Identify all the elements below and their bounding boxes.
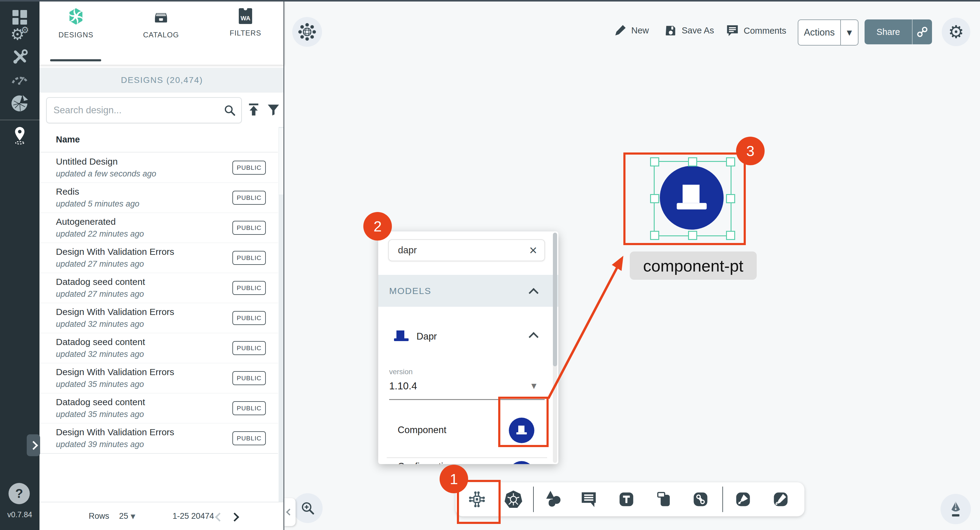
design-updated: updated 35 minutes ago — [56, 380, 144, 389]
location-pin-icon[interactable] — [0, 124, 40, 147]
design-search-input[interactable] — [47, 105, 223, 116]
next-page-button[interactable] — [231, 514, 238, 522]
design-row[interactable]: Datadog seed content updated 32 minutes … — [40, 333, 278, 363]
save-icon — [664, 24, 678, 37]
save-as-label: Save As — [682, 25, 714, 35]
model-search-input[interactable] — [389, 245, 529, 256]
tab-catalog[interactable]: CATALOG — [127, 8, 194, 39]
lifecycle-gears-icon[interactable]: ⚙ ⚙ — [0, 24, 40, 45]
design-row[interactable]: Design With Validation Errors updated 35… — [40, 363, 278, 393]
app-version: v0.7.84 — [0, 510, 40, 519]
edge-pen-tool-icon[interactable] — [733, 489, 753, 510]
visibility-badge[interactable]: PUBLIC — [232, 161, 266, 175]
copy-link-icon[interactable] — [913, 25, 932, 38]
annotation-box-canvas-node — [624, 153, 746, 245]
freehand-pen-tool-icon[interactable] — [770, 489, 791, 510]
new-design-button[interactable]: New — [614, 24, 649, 37]
canvas-toolbar — [456, 482, 804, 516]
tab-designs[interactable]: DESIGNS — [43, 8, 109, 39]
wasm-filter-icon: WA — [237, 8, 254, 25]
actions-button[interactable]: Actions ▼ — [798, 19, 859, 46]
wa-text: WA — [239, 15, 252, 22]
visibility-badge[interactable]: PUBLIC — [232, 311, 266, 325]
collapse-dapr-icon[interactable] — [528, 332, 539, 342]
designs-count-header: DESIGNS (20,474) — [40, 68, 284, 92]
kubernetes-tool-icon[interactable] — [503, 489, 524, 510]
visibility-badge[interactable]: PUBLIC — [232, 341, 266, 355]
design-updated: updated 32 minutes ago — [56, 350, 144, 359]
clear-search-icon[interactable]: × — [529, 244, 537, 257]
models-section-header[interactable]: MODELS — [378, 275, 558, 307]
actions-label: Actions — [798, 27, 840, 38]
design-row[interactable]: Design With Validation Errors updated 27… — [40, 243, 278, 273]
text-tool-icon[interactable] — [616, 489, 637, 510]
dapr-configuration-icon[interactable] — [509, 461, 535, 464]
design-updated: updated 35 minutes ago — [56, 410, 144, 419]
drawer-resize-divider[interactable] — [283, 0, 284, 530]
rows-per-page-select[interactable]: 25 — [119, 511, 128, 521]
design-updated: updated 32 minutes ago — [56, 320, 144, 329]
rows-label: Rows — [89, 511, 109, 521]
design-row[interactable]: Untitled Design updated a few seconds ag… — [40, 153, 278, 183]
design-row[interactable]: Design With Validation Errors updated 32… — [40, 303, 278, 333]
comment-tool-icon[interactable] — [578, 489, 599, 510]
design-name: Design With Validation Errors — [56, 427, 174, 438]
collapse-models-icon[interactable] — [528, 288, 539, 298]
shapes-tool-icon[interactable] — [543, 489, 564, 510]
help-glyph: ? — [15, 486, 23, 501]
meshery-logo-icon — [67, 8, 85, 25]
comments-button[interactable]: Comments — [725, 24, 786, 38]
kubernetes-chart-icon[interactable] — [0, 92, 40, 114]
pen-mode-button[interactable] — [940, 494, 971, 524]
visibility-badge[interactable]: PUBLIC — [232, 251, 266, 265]
comments-icon — [725, 24, 740, 38]
designs-drawer: DESIGNS CATALOG WA FILTERS DESIGNS (20,4 — [40, 0, 284, 530]
drawer-expand-handle[interactable] — [27, 435, 40, 456]
design-name: Datadog seed content — [56, 277, 145, 287]
share-button[interactable]: Share — [865, 19, 932, 45]
pen-nib-icon — [947, 500, 965, 518]
gear-icon: ⚙ — [948, 22, 964, 42]
component-item-label: Component — [398, 425, 446, 436]
rows-per-page-caret-icon[interactable]: ▼ — [130, 512, 135, 520]
design-updated: updated 27 minutes ago — [56, 290, 144, 299]
design-name: Design With Validation Errors — [56, 307, 174, 317]
design-name: Autogenerated — [56, 216, 116, 227]
design-row[interactable]: Design With Validation Errors updated 39… — [40, 423, 278, 454]
visibility-badge[interactable]: PUBLIC — [232, 281, 266, 295]
configuration-item-label: Configuration — [398, 461, 453, 464]
component-name-label[interactable]: component-pt — [630, 251, 757, 280]
design-row[interactable]: Datadog seed content updated 35 minutes … — [40, 393, 278, 423]
zoom-in-button[interactable] — [293, 493, 323, 523]
toolbox-icon[interactable] — [0, 46, 40, 66]
upload-design-icon[interactable] — [247, 103, 261, 118]
drawer-collapse-handle[interactable] — [283, 498, 296, 526]
visibility-badge[interactable]: PUBLIC — [232, 221, 266, 235]
actions-caret-icon[interactable]: ▼ — [841, 29, 858, 37]
model-search: × — [388, 239, 545, 261]
performance-icon[interactable] — [0, 68, 40, 87]
link-tool-icon[interactable] — [690, 489, 711, 510]
design-row[interactable]: Datadog seed content updated 27 minutes … — [40, 273, 278, 303]
mesh-sync-icon — [298, 22, 317, 41]
design-updated: updated 27 minutes ago — [56, 259, 144, 269]
design-updated: updated 39 minutes ago — [56, 440, 144, 449]
design-row[interactable]: Autogenerated updated 22 minutes ago PUB… — [40, 213, 278, 243]
design-name: Design With Validation Errors — [56, 367, 174, 377]
visibility-badge[interactable]: PUBLIC — [232, 191, 266, 205]
help-button[interactable]: ? — [8, 483, 30, 504]
comments-label: Comments — [744, 26, 786, 36]
frame-tool-icon[interactable] — [654, 489, 675, 510]
prev-page-button[interactable] — [216, 514, 223, 522]
save-as-button[interactable]: Save As — [664, 24, 714, 37]
visibility-badge[interactable]: PUBLIC — [232, 401, 266, 415]
design-status-button[interactable] — [292, 17, 322, 47]
tab-filters[interactable]: WA FILTERS — [212, 8, 279, 37]
app-root: ⚙ ⚙ — [0, 0, 980, 530]
visibility-badge[interactable]: PUBLIC — [232, 371, 266, 385]
panel-scrollbar-thumb[interactable] — [553, 232, 557, 366]
settings-button[interactable]: ⚙ — [942, 18, 970, 46]
design-row[interactable]: Redis updated 5 minutes ago PUBLIC — [40, 183, 278, 213]
visibility-badge[interactable]: PUBLIC — [232, 431, 266, 445]
filter-designs-icon[interactable] — [267, 103, 280, 118]
